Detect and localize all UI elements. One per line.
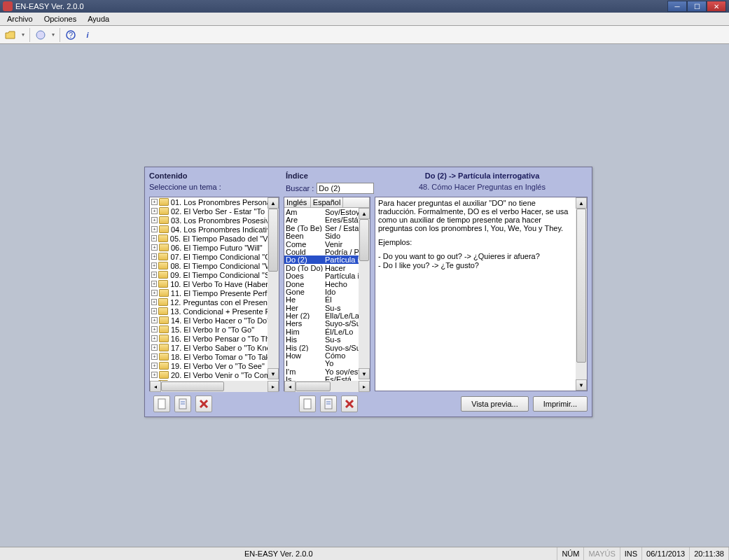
menu-opciones[interactable]: Opciones [39, 13, 82, 24]
tree-item[interactable]: +11. El Tiempo Presente Perfecto [150, 288, 279, 298]
tree-item[interactable]: +18. El Verbo Tomar o "To Take" [150, 352, 279, 361]
tree-item[interactable]: +17. El Verbo Saber o "To Know" [150, 343, 279, 352]
expand-icon[interactable]: + [151, 363, 158, 369]
index-row[interactable]: BeenSido [284, 232, 370, 239]
index-row[interactable]: CouldPodría / Poc [284, 248, 370, 255]
expand-icon[interactable]: + [151, 262, 157, 269]
tree-item[interactable]: +20. El Verbo Venir o "To Come" [150, 370, 279, 379]
index-doc2-button[interactable] [320, 396, 337, 412]
expand-icon[interactable]: + [151, 326, 158, 332]
folder-icon [159, 344, 169, 351]
tree-item[interactable]: +04. Los Pronombres Indicativos [150, 225, 279, 234]
index-row[interactable]: DoneHecho [284, 280, 370, 288]
expand-icon[interactable]: + [151, 244, 158, 251]
index-row[interactable]: HeÉl [284, 295, 370, 303]
globe-button[interactable] [33, 27, 48, 43]
expand-icon[interactable]: + [151, 308, 157, 314]
index-row[interactable]: DoesPartícula inte [284, 272, 370, 279]
info-button[interactable]: i [80, 27, 95, 43]
index-row[interactable]: GoneIdo [284, 288, 370, 295]
index-row[interactable]: HisSu-s [284, 335, 370, 343]
index-row[interactable]: AmSoy/Estoy [284, 208, 370, 216]
index-delete-button[interactable] [341, 396, 358, 412]
tree-item[interactable]: +14. El Verbo Hacer o "To Do" [150, 316, 279, 325]
tree-item[interactable]: +08. El Tiempo Condicional "Would" [150, 261, 279, 270]
index-doc-button[interactable] [299, 396, 316, 412]
expand-icon[interactable]: + [151, 217, 158, 223]
index-row[interactable]: HowCómo [284, 351, 370, 359]
detail-vscroll[interactable]: ▲▼ [576, 197, 587, 391]
tree-label: 06. El Tiempo Futuro "Will" [171, 244, 263, 252]
tree-item[interactable]: +05. El Tiempo Pasado del "Verb To Be [150, 234, 279, 243]
expand-icon[interactable]: + [151, 208, 158, 214]
svg-text:?: ? [69, 31, 73, 39]
expand-icon[interactable]: + [151, 235, 157, 241]
expand-icon[interactable]: + [151, 354, 158, 360]
index-row[interactable]: I'mYo soy/estoy [284, 368, 370, 375]
tree-item[interactable]: +19. El Verbo Ver o "To See" [150, 361, 279, 370]
menu-ayuda[interactable]: Ayuda [82, 13, 115, 24]
index-row[interactable]: Do (2)Partícula inte [284, 255, 370, 263]
tree-delete-button[interactable] [195, 396, 212, 412]
tree-hscroll[interactable]: ◂▸ [150, 381, 279, 392]
expand-icon[interactable]: + [151, 253, 157, 260]
expand-icon[interactable]: + [151, 372, 158, 378]
folder-icon [159, 335, 169, 342]
index-hscroll[interactable]: ◂▸ [284, 381, 370, 392]
index-row[interactable]: HimÉl/Le/Lo [284, 328, 370, 335]
tree-item[interactable]: +12. Preguntas con el Presente Perfe [150, 298, 279, 307]
index-vscroll[interactable]: ▲▼ [359, 208, 370, 379]
status-mayus: MAYÚS [584, 547, 620, 560]
tree-item[interactable]: +13. Condicional + Presente Perfecto [150, 307, 279, 316]
tree-doc-button[interactable] [153, 396, 170, 412]
tree-item[interactable]: +01. Los Pronombres Personales [150, 197, 279, 206]
index-row[interactable]: IsEs/Está [284, 375, 370, 381]
tree-item[interactable]: +10. El Verbo To Have (Haber - Tener [150, 279, 279, 288]
expand-icon[interactable]: + [151, 344, 158, 351]
content-tree[interactable]: +01. Los Pronombres Personales+02. El Ve… [149, 197, 279, 391]
tree-item[interactable]: +02. El Verbo Ser - Estar "To Be" [150, 206, 279, 216]
expand-icon[interactable]: + [151, 281, 157, 287]
index-list[interactable]: Inglés Español AmSoy/EstoyAreEres/Estás/… [284, 197, 370, 391]
tree-item[interactable]: +06. El Tiempo Futuro "Will" [150, 243, 279, 252]
index-row[interactable]: Be (To Be)Ser / Estar [284, 224, 370, 232]
tree-item[interactable]: +03. Los Pronombres Posesivos [150, 216, 279, 225]
expand-icon[interactable]: + [151, 290, 158, 296]
status-ins: INS [620, 547, 642, 560]
index-row[interactable]: Do (To Do)Hacer [284, 264, 370, 272]
index-row[interactable]: ComeVenir [284, 240, 370, 248]
menu-archivo[interactable]: Archivo [1, 13, 39, 24]
expand-icon[interactable]: + [151, 317, 158, 323]
preview-button[interactable]: Vista previa... [461, 396, 528, 412]
tree-item[interactable]: +16. El Verbo Pensar o "To Think" [150, 334, 279, 343]
close-button[interactable]: ✕ [707, 1, 726, 12]
tree-item[interactable]: +15. El Verbo Ir o "To Go" [150, 325, 279, 334]
help-button[interactable]: ? [63, 27, 78, 43]
expand-icon[interactable]: + [151, 335, 158, 342]
open-folder-button[interactable] [3, 27, 18, 43]
index-row[interactable]: His (2)Suyo-s/Suya [284, 344, 370, 351]
index-col-scroll [343, 197, 370, 207]
globe-dropdown[interactable]: ▾ [50, 27, 57, 43]
expand-icon[interactable]: + [151, 299, 157, 305]
tree-doc2-button[interactable] [174, 396, 191, 412]
index-row[interactable]: AreEres/Estás/S [284, 216, 370, 223]
search-input[interactable] [317, 183, 374, 194]
index-row[interactable]: IYo [284, 359, 370, 367]
folder-icon [159, 198, 169, 206]
expand-icon[interactable]: + [151, 199, 158, 205]
minimize-button[interactable]: ─ [667, 1, 687, 12]
print-button[interactable]: Imprimir... [533, 396, 588, 412]
tree-item[interactable]: +07. El Tiempo Condicional "Could" [150, 252, 279, 261]
maximize-button[interactable]: ☐ [687, 1, 707, 12]
index-col-english[interactable]: Inglés [284, 197, 311, 207]
expand-icon[interactable]: + [151, 226, 158, 232]
expand-icon[interactable]: + [151, 272, 157, 278]
index-row[interactable]: HersSuyo-s/Suya [284, 319, 370, 327]
index-col-spanish[interactable]: Español [311, 197, 344, 207]
index-row[interactable]: Her (2)Ella/Le/La [284, 312, 370, 319]
tree-vscroll[interactable]: ▲▼ [268, 197, 279, 379]
open-dropdown[interactable]: ▾ [20, 27, 27, 43]
index-row[interactable]: HerSu-s [284, 304, 370, 312]
tree-item[interactable]: +09. El Tiempo Condicional "Should" [150, 270, 279, 279]
